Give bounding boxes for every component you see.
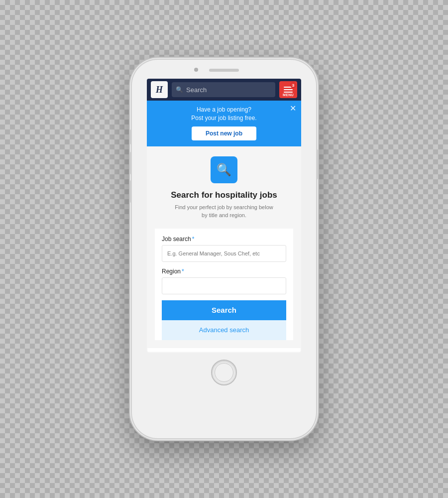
promo-banner: ✕ Have a job opening? Post your job list…	[147, 101, 301, 146]
home-button-inner	[215, 363, 233, 382]
search-form: Job search * Region * Search Advanced se…	[155, 229, 293, 340]
required-star-region: *	[182, 268, 184, 275]
menu-badge: 3	[290, 82, 296, 88]
home-button[interactable]	[211, 360, 237, 385]
mute-switch	[130, 129, 132, 144]
app-logo[interactable]: H	[151, 81, 168, 98]
logo-letter: H	[156, 85, 163, 95]
menu-line-3	[284, 92, 293, 93]
speaker-grill	[209, 69, 239, 72]
menu-label: MENU	[283, 93, 294, 97]
main-content: 🔍 Search for hospitality jobs Find your …	[147, 146, 301, 348]
phone-shell: H 🔍 Search MENU 3 ✕ Have a job opening? …	[132, 60, 316, 438]
header-search-bar[interactable]: 🔍 Search	[172, 82, 275, 97]
post-job-button[interactable]: Post new job	[192, 126, 256, 140]
promo-text: Have a job opening? Post your job listin…	[162, 106, 286, 123]
phone-screen: H 🔍 Search MENU 3 ✕ Have a job opening? …	[147, 79, 301, 353]
required-star-job: *	[192, 236, 195, 243]
search-icon-circle: 🔍	[211, 156, 237, 183]
advanced-search-button[interactable]: Advanced search	[162, 320, 286, 340]
close-banner-button[interactable]: ✕	[290, 105, 296, 113]
job-search-label: Job search *	[162, 236, 286, 243]
job-search-label-text: Job search	[162, 236, 191, 243]
promo-line1: Have a job opening?	[197, 106, 251, 113]
search-large-icon: 🔍	[217, 163, 231, 177]
menu-line-2	[284, 89, 293, 90]
region-input[interactable]	[162, 277, 286, 294]
volume-up-button	[130, 152, 132, 174]
front-camera	[194, 68, 198, 72]
menu-button[interactable]: MENU 3	[279, 81, 297, 98]
search-placeholder: Search	[186, 86, 207, 94]
subtitle-line1: Find your perfect job by searching below	[175, 204, 273, 210]
app-header: H 🔍 Search MENU 3	[147, 79, 301, 101]
job-search-input[interactable]	[162, 245, 286, 262]
subtitle-line2: by title and region.	[202, 212, 246, 218]
volume-down-button	[130, 180, 132, 203]
search-icon: 🔍	[176, 86, 183, 93]
search-button[interactable]: Search	[162, 300, 286, 320]
power-button	[316, 149, 318, 179]
main-subtitle: Find your perfect job by searching below…	[175, 203, 273, 220]
region-label: Region *	[162, 268, 286, 275]
main-title: Search for hospitality jobs	[171, 190, 277, 200]
promo-line2: Post your job listing free.	[191, 115, 256, 122]
region-label-text: Region	[162, 268, 181, 275]
